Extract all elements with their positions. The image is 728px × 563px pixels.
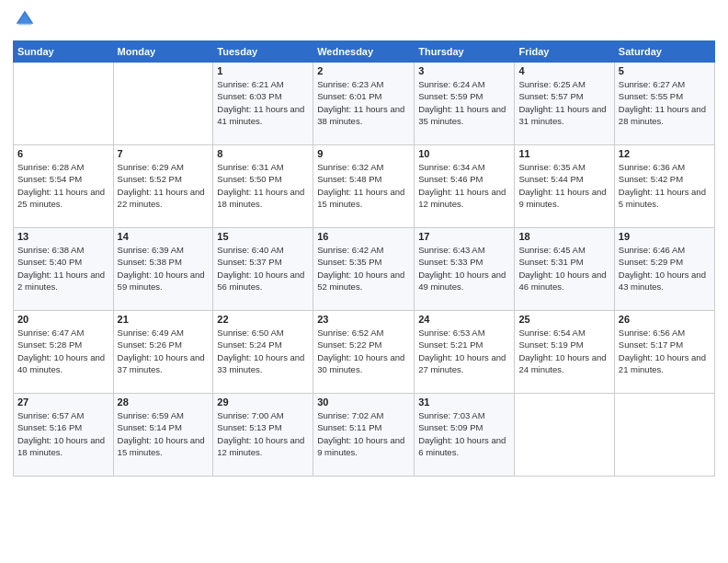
day-info: Sunrise: 7:00 AM Sunset: 5:13 PM Dayligh… [217,409,309,458]
day-number: 1 [217,65,309,76]
day-number: 12 [619,148,711,159]
weekday-thursday: Thursday [415,41,515,63]
day-number: 15 [217,231,309,242]
day-info: Sunrise: 6:45 AM Sunset: 5:31 PM Dayligh… [518,244,609,293]
logo [13,9,35,33]
day-number: 30 [317,396,410,408]
day-cell: 9Sunrise: 6:32 AM Sunset: 5:48 PM Daylig… [313,145,415,228]
day-cell: 6Sunrise: 6:28 AM Sunset: 5:54 PM Daylig… [14,145,114,228]
day-number: 20 [17,314,109,325]
header [13,9,715,33]
day-number: 8 [217,148,309,159]
day-info: Sunrise: 6:29 AM Sunset: 5:52 PM Dayligh… [118,161,210,210]
day-cell: 16Sunrise: 6:42 AM Sunset: 5:35 PM Dayli… [313,228,415,311]
week-row-2: 6Sunrise: 6:28 AM Sunset: 5:54 PM Daylig… [14,145,715,228]
day-info: Sunrise: 6:53 AM Sunset: 5:21 PM Dayligh… [418,327,510,375]
day-cell: 7Sunrise: 6:29 AM Sunset: 5:52 PM Daylig… [113,145,213,228]
day-number: 3 [418,65,510,76]
day-number: 5 [619,65,711,76]
day-info: Sunrise: 6:42 AM Sunset: 5:35 PM Dayligh… [317,244,410,293]
day-cell [14,63,114,145]
week-row-4: 20Sunrise: 6:47 AM Sunset: 5:28 PM Dayli… [14,311,715,394]
day-cell: 23Sunrise: 6:52 AM Sunset: 5:22 PM Dayli… [313,311,415,394]
day-cell: 14Sunrise: 6:39 AM Sunset: 5:38 PM Dayli… [113,228,213,311]
day-number: 22 [217,314,309,325]
weekday-sunday: Sunday [14,41,114,63]
day-info: Sunrise: 6:27 AM Sunset: 5:55 PM Dayligh… [619,78,711,127]
day-number: 29 [217,396,309,408]
day-info: Sunrise: 6:47 AM Sunset: 5:28 PM Dayligh… [17,327,109,375]
day-cell: 27Sunrise: 6:57 AM Sunset: 5:16 PM Dayli… [14,394,114,477]
day-cell: 21Sunrise: 6:49 AM Sunset: 5:26 PM Dayli… [113,311,213,394]
day-number: 10 [418,148,510,159]
week-row-1: 1Sunrise: 6:21 AM Sunset: 6:03 PM Daylig… [14,63,715,145]
weekday-wednesday: Wednesday [313,41,415,63]
day-cell: 26Sunrise: 6:56 AM Sunset: 5:17 PM Dayli… [614,311,714,394]
day-info: Sunrise: 6:24 AM Sunset: 5:59 PM Dayligh… [418,78,510,127]
day-number: 26 [619,314,711,325]
day-info: Sunrise: 6:32 AM Sunset: 5:48 PM Dayligh… [317,161,410,210]
day-number: 21 [118,314,210,325]
day-number: 24 [418,314,510,325]
day-cell: 5Sunrise: 6:27 AM Sunset: 5:55 PM Daylig… [614,63,714,145]
day-cell: 2Sunrise: 6:23 AM Sunset: 6:01 PM Daylig… [313,63,415,145]
day-cell [113,63,213,145]
day-number: 18 [518,231,609,242]
day-cell: 28Sunrise: 6:59 AM Sunset: 5:14 PM Dayli… [113,394,213,477]
day-cell: 17Sunrise: 6:43 AM Sunset: 5:33 PM Dayli… [415,228,515,311]
day-cell: 8Sunrise: 6:31 AM Sunset: 5:50 PM Daylig… [213,145,313,228]
day-info: Sunrise: 7:02 AM Sunset: 5:11 PM Dayligh… [317,409,410,458]
day-info: Sunrise: 7:03 AM Sunset: 5:09 PM Dayligh… [418,409,510,458]
day-info: Sunrise: 6:35 AM Sunset: 5:44 PM Dayligh… [518,161,609,210]
day-cell: 11Sunrise: 6:35 AM Sunset: 5:44 PM Dayli… [515,145,614,228]
day-cell: 3Sunrise: 6:24 AM Sunset: 5:59 PM Daylig… [415,63,515,145]
day-cell: 24Sunrise: 6:53 AM Sunset: 5:21 PM Dayli… [415,311,515,394]
calendar-table: SundayMondayTuesdayWednesdayThursdayFrid… [13,40,715,477]
day-number: 31 [418,396,510,408]
weekday-header-row: SundayMondayTuesdayWednesdayThursdayFrid… [14,41,715,63]
day-number: 17 [418,231,510,242]
logo-icon [15,9,35,29]
day-info: Sunrise: 6:36 AM Sunset: 5:42 PM Dayligh… [619,161,711,210]
day-info: Sunrise: 6:56 AM Sunset: 5:17 PM Dayligh… [619,327,711,375]
day-number: 2 [317,65,410,76]
day-cell: 30Sunrise: 7:02 AM Sunset: 5:11 PM Dayli… [313,394,415,477]
day-cell: 19Sunrise: 6:46 AM Sunset: 5:29 PM Dayli… [614,228,714,311]
day-info: Sunrise: 6:49 AM Sunset: 5:26 PM Dayligh… [118,327,210,375]
day-cell: 31Sunrise: 7:03 AM Sunset: 5:09 PM Dayli… [415,394,515,477]
day-info: Sunrise: 6:34 AM Sunset: 5:46 PM Dayligh… [418,161,510,210]
day-info: Sunrise: 6:46 AM Sunset: 5:29 PM Dayligh… [619,244,711,293]
day-info: Sunrise: 6:23 AM Sunset: 6:01 PM Dayligh… [317,78,410,127]
day-info: Sunrise: 6:25 AM Sunset: 5:57 PM Dayligh… [518,78,609,127]
day-cell: 12Sunrise: 6:36 AM Sunset: 5:42 PM Dayli… [614,145,714,228]
day-number: 27 [17,396,109,408]
day-info: Sunrise: 6:38 AM Sunset: 5:40 PM Dayligh… [17,244,109,293]
week-row-3: 13Sunrise: 6:38 AM Sunset: 5:40 PM Dayli… [14,228,715,311]
day-info: Sunrise: 6:40 AM Sunset: 5:37 PM Dayligh… [217,244,309,293]
day-number: 16 [317,231,410,242]
weekday-tuesday: Tuesday [213,41,313,63]
day-info: Sunrise: 6:31 AM Sunset: 5:50 PM Dayligh… [217,161,309,210]
weekday-saturday: Saturday [614,41,714,63]
day-number: 19 [619,231,711,242]
day-number: 9 [317,148,410,159]
day-cell [515,394,614,477]
week-row-5: 27Sunrise: 6:57 AM Sunset: 5:16 PM Dayli… [14,394,715,477]
day-info: Sunrise: 6:39 AM Sunset: 5:38 PM Dayligh… [118,244,210,293]
day-cell: 10Sunrise: 6:34 AM Sunset: 5:46 PM Dayli… [415,145,515,228]
day-cell [614,394,714,477]
day-number: 28 [118,396,210,408]
day-number: 4 [518,65,609,76]
day-info: Sunrise: 6:43 AM Sunset: 5:33 PM Dayligh… [418,244,510,293]
day-cell: 15Sunrise: 6:40 AM Sunset: 5:37 PM Dayli… [213,228,313,311]
day-info: Sunrise: 6:28 AM Sunset: 5:54 PM Dayligh… [17,161,109,210]
day-info: Sunrise: 6:57 AM Sunset: 5:16 PM Dayligh… [17,409,109,458]
day-number: 6 [17,148,109,159]
day-cell: 25Sunrise: 6:54 AM Sunset: 5:19 PM Dayli… [515,311,614,394]
day-info: Sunrise: 6:52 AM Sunset: 5:22 PM Dayligh… [317,327,410,375]
weekday-monday: Monday [113,41,213,63]
day-info: Sunrise: 6:59 AM Sunset: 5:14 PM Dayligh… [118,409,210,458]
day-cell: 22Sunrise: 6:50 AM Sunset: 5:24 PM Dayli… [213,311,313,394]
day-cell: 13Sunrise: 6:38 AM Sunset: 5:40 PM Dayli… [14,228,114,311]
page: SundayMondayTuesdayWednesdayThursdayFrid… [0,0,728,563]
